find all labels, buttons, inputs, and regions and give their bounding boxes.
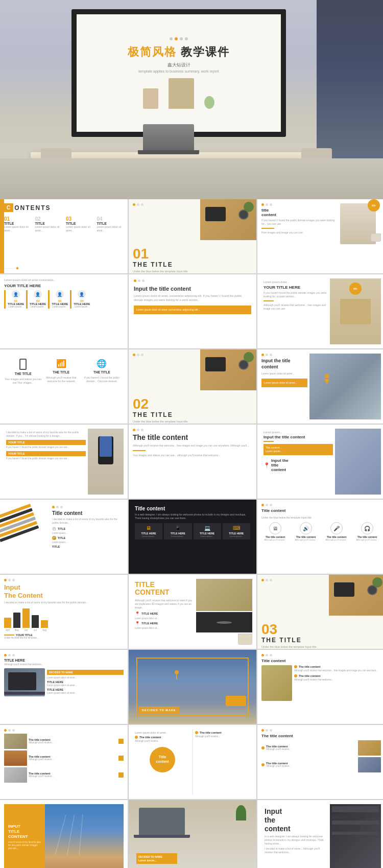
icon-wifi-col: 📶 THE TITLE Although you'll receive that… [42, 359, 80, 384]
input-content-text: InputThe Content [4, 583, 124, 599]
map-pin [175, 670, 179, 679]
plant-deco [244, 202, 254, 212]
plant-deco-3 [372, 577, 382, 588]
slide-title-circle: Lorem ipsum dolor sit amet... The title … [129, 725, 256, 799]
screen-subtitle2: template applies to business summary, wo… [138, 69, 219, 73]
slide-01-title: THE TITLE [133, 261, 252, 268]
slide-contents: C ontents 01 TITLE Lorem ipsum dolor sit… [0, 199, 128, 273]
corridor-photo [309, 354, 381, 419]
card-title: title [261, 208, 338, 213]
slide-input-title-right: Input the title content Lorem ipsum dolo… [257, 349, 383, 424]
icons4-title: Title content [261, 508, 381, 513]
slide-title-list2: The title content The title content Alth… [257, 725, 383, 799]
tools-photo [330, 804, 381, 868]
thumb-photo-left [261, 665, 292, 701]
contents-item-1: 01 TITLE Lorem ipsum dolor sit amet... [4, 216, 31, 232]
slide-title-thumb: Title content The title content Although… [257, 650, 383, 724]
workspace-note: DECIDED TO NAMELorem ipsum... [136, 853, 177, 864]
card-photo-area: ✏ [340, 203, 381, 244]
taxi-shape [226, 696, 246, 706]
screen-title: 极简风格 教学课件 [128, 44, 230, 60]
contents-item-3: 03 TITLE Lorem ipsum dolor sit amet... [66, 216, 93, 232]
presentation-screen: 极简风格 教学课件 鑫大钻设计 template applies to busi… [71, 9, 286, 137]
your-title-label: YOUR TITLE HERE [4, 284, 124, 288]
hero-section: 极简风格 教学课件 鑫大钻设计 template applies to busi… [0, 0, 383, 199]
slide-input-left: Input the title content Lorem ipsum dolo… [261, 354, 307, 419]
street-photo: DECIDED TO MAKE [129, 650, 256, 724]
slide-03-content: 03 THE TITLE Under the blue below the te… [261, 622, 381, 648]
workspace-photo: DECIDED TO NAMELorem ipsum... [129, 800, 256, 868]
laptop-screen [143, 124, 194, 152]
the-title-content-text: The title content [133, 433, 252, 442]
floor [0, 158, 383, 199]
title-here-label: TITLE HERE [4, 659, 124, 662]
slide-your-title-photo: Lorem ipsum... Input the title content T… [257, 425, 383, 499]
slide-your-title2: Lorem ipsum dolor... YOUR TITLE HERE If … [257, 274, 383, 348]
center-circle: Titlecontent [150, 747, 175, 772]
contents-item-4: 04 TITLE Lorem ipsum dolor sit amet... [97, 216, 124, 232]
slide-03-num: 03 [261, 622, 381, 637]
slide-icons4: Title content Under the blue below the t… [257, 500, 383, 574]
slide-03-title: THE TITLE [261, 637, 381, 644]
slide-02-title: 02 THE TITLE Under the blue below the te… [129, 349, 256, 424]
bridge-photo-2 [45, 804, 124, 868]
slide-workspace-photo: DECIDED TO NAMELorem ipsum... [129, 800, 256, 868]
slide-01-title: 01 THE TITLE Under the blue below the te… [129, 199, 256, 273]
contents-label: C [4, 203, 13, 212]
wifi-icon: 📶 [56, 359, 66, 368]
slide-title-list1: The title content Although you'll receiv… [0, 725, 128, 799]
input-the-content-text: Inputthecontent [265, 807, 327, 833]
contents-item-2: 02 TITLE Lorem ipsum dolor sit amet... [35, 216, 62, 232]
title-thumb-label: Title content [261, 659, 381, 663]
contents-title: ontents [14, 204, 51, 212]
title-content-label: TITLECONTENT [135, 581, 194, 597]
headphone-icon: 🎧 [361, 522, 373, 534]
slide-chart: InputThe Content I decided to make a lis… [0, 575, 128, 649]
slide-card-icon: title content If you haven't I found the… [257, 199, 383, 273]
slide-your-title2-text: Lorem ipsum dolor... YOUR TITLE HERE If … [261, 278, 330, 344]
slide-02-title: THE TITLE [133, 411, 252, 418]
mic-icon: 🎤 [330, 522, 343, 534]
phone-photo [88, 429, 124, 495]
slides-grid: C ontents 01 TITLE Lorem ipsum dolor sit… [0, 199, 383, 868]
slide-title-here-laptop: TITLE HERE Although you'll receive that … [0, 650, 128, 724]
dark-title-text: Title content [135, 506, 250, 511]
contents-orange-side [0, 199, 4, 273]
input-orange-block: INPUTTITLECONTENT A lot of some of my fa… [4, 804, 45, 868]
laptop-photo [4, 668, 45, 696]
slide-your-title-photo-img [335, 429, 381, 495]
slide-stripes-content: Title content I decided to make a list o… [50, 504, 124, 550]
globe-icon: 🌐 [97, 359, 107, 368]
slide-input-title: Input the title content Lorem ipsum dolo… [129, 274, 256, 348]
plant-deco-2 [244, 352, 254, 362]
slide-your-title: Lorem ipsum dolor sit amet consectetur..… [0, 274, 128, 348]
slide-icons3: THE TITLE Your images and videos you can… [0, 349, 128, 424]
photo-collage [196, 579, 252, 645]
slide-01-sub: Under the blue below the template Input … [133, 270, 252, 273]
input-title-orange-box: Lorem ipsum dolor sit amet, consectetur … [134, 306, 251, 314]
laptop-base [138, 150, 199, 154]
slide-decide-text: I decided to make a list of some of my f… [4, 429, 88, 495]
icon-globe-col: 🌐 THE TITLE If you haven't I found the p… [80, 359, 124, 384]
title-list2-label: The title content [261, 734, 381, 738]
speaker-icon: 🔊 [300, 522, 312, 534]
monitor-icon: 🖥 [269, 522, 281, 534]
screen-subtitle1: 鑫大钻设计 [167, 62, 190, 68]
slide-stripes: Title content I decided to make a list o… [0, 500, 128, 574]
slide-your-title-photo-text: Lorem ipsum... Input the title content T… [261, 429, 335, 495]
slide-input-content-dark: Inputthecontent In a web designer, I am … [257, 800, 383, 868]
decided-label: DECIDED TO MAKE [139, 707, 179, 714]
slide-input-title-content: INPUTTITLECONTENT A lot of some of my fa… [0, 800, 128, 868]
slide-your-title2-photo: ✏ [330, 278, 381, 344]
slide-decided-map: DECIDED TO MAKE [129, 650, 256, 724]
slide-the-title-content: The title content Although you'll receiv… [129, 425, 256, 499]
icon-phone-col: THE TITLE Your images and videos you can… [4, 359, 42, 384]
slide-decide-col: I decided to make a list of some of my f… [0, 425, 128, 499]
slide-01-content: 01 THE TITLE Under the blue below the te… [133, 247, 252, 273]
slide-01-num: 01 [133, 247, 252, 261]
slide-title-photo-collage: TITLECONTENT Although you'll receive tha… [129, 575, 256, 649]
input-title-text: Input the title content [134, 285, 251, 292]
slide-02-num: 02 [133, 397, 252, 411]
card-desc: If you haven't I found the public domain… [261, 219, 338, 226]
phone-icon [19, 359, 27, 370]
